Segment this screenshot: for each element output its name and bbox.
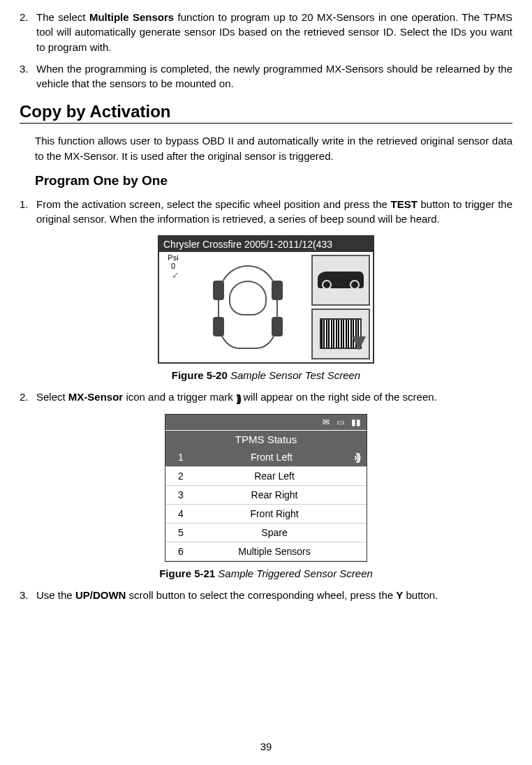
caption-text: Sample Sensor Test Screen — [228, 369, 360, 381]
bold: Multiple Sensors — [89, 11, 174, 23]
row-label: Front Left — [189, 452, 354, 463]
figure-caption: Figure 5-20 Sample Sensor Test Screen — [20, 369, 512, 381]
mail-icon: ✉ — [323, 417, 330, 427]
list-item: 2. Select MX-Sensor icon and a trigger m… — [36, 389, 512, 406]
item-number: 2. — [20, 10, 29, 24]
item-number: 3. — [20, 588, 29, 602]
text: icon and a trigger mark — [123, 391, 236, 403]
status-bar: ✉ ▭ ▮▮ — [165, 415, 367, 430]
intro-paragraph: This function allows user to bypass OBD … — [35, 133, 512, 163]
list-item: 3. Use the UP/DOWN scroll button to sele… — [36, 588, 512, 602]
psi-label: Psi — [161, 253, 186, 262]
barcode-icon — [311, 309, 370, 359]
car-top-view — [187, 252, 309, 362]
bold: UP/DOWN — [75, 589, 126, 601]
figure-2: ✉ ▭ ▮▮ TPMS Status 1 Front Left ›)) 2Rea… — [20, 414, 512, 579]
row-number: 5 — [172, 527, 189, 538]
list-item: 5Spare — [165, 523, 367, 542]
row-number: 1 — [172, 452, 189, 463]
list-item: 4Front Right — [165, 505, 367, 523]
procedure-list: 1. From the activation screen, select th… — [36, 197, 512, 227]
item-number: 1. — [20, 197, 29, 211]
psi-value: 0 — [161, 262, 186, 270]
bold: TEST — [391, 198, 418, 210]
caption-label: Figure 5-21 — [159, 567, 215, 579]
row-label: Rear Right — [189, 489, 360, 500]
device-screen: Chrysler Crossfire 2005/1-2011/12(433 Ps… — [158, 235, 374, 364]
card-icon: ▭ — [337, 417, 344, 427]
list-item: 1. From the activation screen, select th… — [36, 197, 512, 227]
item-number: 3. — [20, 61, 29, 76]
tpms-screen: ✉ ▭ ▮▮ TPMS Status 1 Front Left ›)) 2Rea… — [165, 414, 367, 562]
bold: MX-Sensor — [68, 391, 123, 403]
row-number: 2 — [172, 470, 189, 482]
row-label: Spare — [189, 527, 360, 538]
caption-text: Sample Triggered Sensor Screen — [215, 567, 373, 579]
row-label: Multiple Sensors — [189, 546, 360, 557]
text: From the activation screen, select the s… — [36, 198, 391, 210]
row-number: 3 — [172, 489, 189, 500]
row-number: 6 — [172, 546, 189, 557]
tpms-list: 1 Front Left ›)) 2Rear Left 3Rear Right … — [165, 448, 367, 561]
text: When the programming is completed, the n… — [36, 63, 512, 89]
bold: Y — [396, 589, 403, 601]
row-number: 4 — [172, 508, 189, 519]
continued-list: 2. The select Multiple Sensors function … — [36, 10, 512, 91]
page-number: 39 — [0, 741, 532, 752]
section-heading: Copy by Activation — [20, 102, 512, 124]
row-label: Front Right — [189, 508, 360, 519]
car-side-icon — [311, 255, 370, 306]
text: will appear on the right side of the scr… — [240, 391, 437, 403]
subsection-heading: Program One by One — [35, 173, 512, 188]
signal-icon — [237, 391, 240, 406]
device-title: Chrysler Crossfire 2005/1-2011/12(433 — [159, 237, 373, 252]
car-outline-icon — [218, 265, 278, 349]
psi-panel: Psi 0 ✓ — [159, 252, 187, 362]
list-item: 6Multiple Sensors — [165, 542, 367, 561]
signal-icon: ›)) — [354, 452, 360, 463]
check-icon: ✓ — [165, 270, 186, 281]
list-item: 1 Front Left ›)) — [165, 448, 367, 467]
list-item: 2Rear Left — [165, 467, 367, 486]
right-panel — [309, 252, 373, 362]
list-item: 3Rear Right — [165, 486, 367, 505]
text: Select — [36, 391, 68, 403]
device-body: Psi 0 ✓ — [159, 252, 373, 362]
row-label: Rear Left — [189, 470, 360, 482]
text: button. — [403, 589, 438, 601]
figure-1: Chrysler Crossfire 2005/1-2011/12(433 Ps… — [20, 235, 512, 381]
caption-label: Figure 5-20 — [172, 369, 228, 381]
list-item: 3. When the programming is completed, th… — [36, 61, 512, 91]
procedure-list-cont: 2. Select MX-Sensor icon and a trigger m… — [36, 389, 512, 406]
text: scroll button to select the correspondin… — [126, 589, 396, 601]
item-number: 2. — [20, 389, 29, 404]
list-item: 2. The select Multiple Sensors function … — [36, 10, 512, 54]
text: Use the — [36, 589, 75, 601]
battery-icon: ▮▮ — [351, 417, 361, 427]
figure-caption: Figure 5-21 Sample Triggered Sensor Scre… — [20, 567, 512, 579]
tpms-title: TPMS Status — [165, 430, 367, 448]
text: The select — [36, 11, 89, 23]
procedure-list-cont2: 3. Use the UP/DOWN scroll button to sele… — [36, 588, 512, 602]
